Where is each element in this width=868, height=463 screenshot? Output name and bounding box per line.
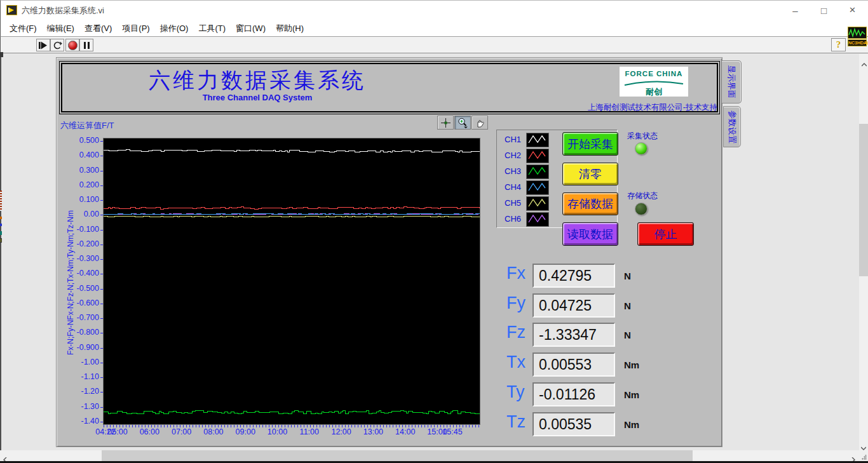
y-tick-mark xyxy=(100,274,103,274)
read-data-button[interactable]: 读取数据 xyxy=(562,222,618,246)
y-tick-mark xyxy=(100,318,103,319)
y-tick-mark xyxy=(100,377,103,378)
crosshair-icon xyxy=(440,117,451,128)
y-tick-mark xyxy=(100,141,103,142)
vertical-scroll-thumb[interactable] xyxy=(859,124,868,276)
y-tick-mark xyxy=(100,289,103,290)
vi-waveform-icon xyxy=(848,27,867,39)
horizontal-scrollbar[interactable] xyxy=(0,450,859,461)
y-tick-label: 0.100 xyxy=(64,195,99,204)
horizontal-scroll-thumb[interactable] xyxy=(102,450,693,461)
zoom-tool-button[interactable] xyxy=(454,116,471,130)
minimize-icon: – xyxy=(792,5,797,16)
y-tick-label: -0.600 xyxy=(64,299,99,307)
storage-status-led xyxy=(635,203,648,215)
y-tick-label: -0.100 xyxy=(64,225,99,234)
y-tick-mark xyxy=(100,200,103,201)
resize-grip[interactable] xyxy=(862,455,867,460)
run-button[interactable] xyxy=(36,39,50,51)
storage-status-label: 存储状态 xyxy=(627,191,658,201)
menu-tools[interactable]: 工具(T) xyxy=(193,20,231,37)
start-acquisition-button[interactable]: 开始采集 xyxy=(562,132,618,156)
menu-edit[interactable]: 编辑(E) xyxy=(42,20,79,37)
stop-button[interactable]: 停止 xyxy=(637,222,694,246)
legend-label: CH5 xyxy=(505,198,521,208)
x-tick-label: 13:00 xyxy=(363,427,383,436)
save-data-label: 存储数据 xyxy=(567,196,613,211)
abort-button[interactable] xyxy=(65,39,79,51)
save-data-button[interactable]: 存储数据 xyxy=(562,192,618,215)
pause-icon-bar2 xyxy=(88,42,90,49)
pan-tool-button[interactable] xyxy=(471,116,488,130)
menu-file[interactable]: 文件(F) xyxy=(4,20,42,37)
menu-operate[interactable]: 操作(O) xyxy=(155,20,194,37)
y-tick-label: -0.500 xyxy=(64,284,99,293)
zero-button[interactable]: 清零 xyxy=(562,163,618,185)
y-tick-label: -0.200 xyxy=(64,239,99,248)
fz-label: Fz xyxy=(506,323,526,342)
legend-swatch xyxy=(526,212,549,227)
tx-label: Tx xyxy=(506,352,526,372)
vi-icon xyxy=(6,5,17,15)
x-tick-label: 11:00 xyxy=(300,427,319,436)
read-data-label: 读取数据 xyxy=(567,227,613,242)
clipped-edge-objects xyxy=(0,191,2,211)
y-tick-label: -0.300 xyxy=(64,254,99,263)
abort-icon xyxy=(68,41,78,50)
x-tick-label: 15:45 xyxy=(442,427,462,436)
close-button[interactable]: × xyxy=(838,0,867,20)
x-tick-label: 09:00 xyxy=(236,427,255,436)
y-tick-label: -1.20 xyxy=(64,387,99,396)
legend-swatch xyxy=(526,180,549,195)
run-continuous-button[interactable] xyxy=(50,39,64,51)
x-tick-label: 10:00 xyxy=(268,427,287,436)
trace-ch5 xyxy=(104,217,480,217)
legend-label: CH4 xyxy=(505,182,521,192)
trace-ch2 xyxy=(104,207,480,209)
legend-label: CH1 xyxy=(505,135,521,144)
vertical-scrollbar[interactable] xyxy=(859,54,868,450)
legend-label: CH3 xyxy=(505,166,521,176)
x-tick-label: 12:00 xyxy=(331,427,351,436)
maximize-button[interactable]: □ xyxy=(810,0,838,20)
y-tick-label: -1.40 xyxy=(64,417,99,426)
acquisition-status-led xyxy=(635,142,648,155)
x-tick-label: 06:00 xyxy=(140,427,159,436)
legend-swatch xyxy=(526,196,549,211)
y-tick-label: 0.200 xyxy=(64,180,99,189)
legend-swatch xyxy=(526,133,549,147)
tab-display-page[interactable]: 显示界面 xyxy=(722,60,742,104)
menu-view[interactable]: 查看(V) xyxy=(79,20,117,37)
graph-palette xyxy=(437,116,488,130)
chart-plot-area[interactable] xyxy=(104,138,480,424)
ty-label: Ty xyxy=(506,382,525,402)
magnifier-icon xyxy=(457,117,468,128)
clipped-edge-object xyxy=(0,224,2,226)
run-continuous-icon xyxy=(51,39,63,51)
legend-swatch xyxy=(526,149,549,163)
tab-parameters-page[interactable]: 参数设置 xyxy=(723,106,741,147)
app-subtitle: Three Channel DAQ System xyxy=(60,93,454,102)
clipped-edge-object xyxy=(0,217,2,219)
cursor-tool-button[interactable] xyxy=(437,116,454,130)
scrollbar-corner xyxy=(859,450,868,461)
y-tick-label: -1.10 xyxy=(64,372,99,381)
y-tick-label: -0.400 xyxy=(64,269,99,278)
menu-help[interactable]: 帮助(H) xyxy=(271,20,309,37)
menu-window[interactable]: 窗口(W) xyxy=(231,20,271,37)
tz-unit: Nm xyxy=(624,419,639,430)
help-button[interactable]: ? xyxy=(831,38,846,51)
legend-label: CH6 xyxy=(505,214,521,224)
y-tick-mark xyxy=(100,156,103,156)
fy-label: Fy xyxy=(506,293,526,313)
menu-project[interactable]: 项目(P) xyxy=(117,20,154,37)
y-tick-label: -1.30 xyxy=(64,402,99,411)
minimize-button[interactable]: – xyxy=(781,0,810,20)
tx-unit: Nm xyxy=(624,359,639,370)
y-tick-mark xyxy=(100,392,103,393)
clipped-edge-object xyxy=(0,231,2,235)
tz-label: Tz xyxy=(506,412,526,432)
pause-button[interactable] xyxy=(79,39,93,51)
zero-label: 清零 xyxy=(579,166,602,182)
hand-icon xyxy=(475,117,485,128)
